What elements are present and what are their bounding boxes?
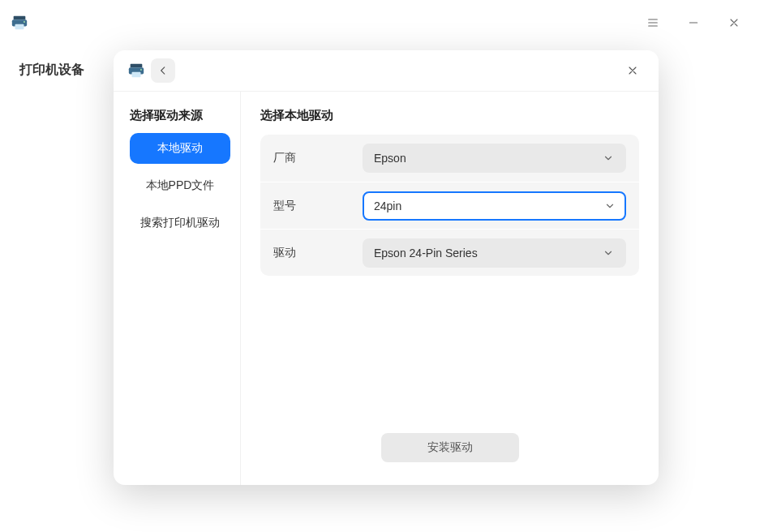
svg-rect-2 bbox=[15, 24, 24, 29]
source-item-local-ppd[interactable]: 本地PPD文件 bbox=[130, 170, 230, 201]
back-button[interactable] bbox=[151, 58, 175, 83]
vendor-label: 厂商 bbox=[273, 151, 363, 165]
minimize-button[interactable] bbox=[673, 0, 714, 45]
devices-heading: 打印机设备 bbox=[0, 45, 104, 95]
install-button-label: 安装驱动 bbox=[427, 440, 473, 453]
menu-button[interactable] bbox=[633, 0, 673, 45]
source-item-label: 本地PPD文件 bbox=[146, 178, 215, 193]
form-title: 选择本地驱动 bbox=[260, 108, 639, 123]
driver-label: 驱动 bbox=[273, 246, 363, 260]
vendor-value: Epson bbox=[374, 152, 600, 165]
chevron-down-icon[interactable] bbox=[597, 195, 621, 217]
source-title: 选择驱动来源 bbox=[130, 108, 230, 123]
svg-point-7 bbox=[140, 69, 142, 71]
form-row-model: 型号 bbox=[260, 182, 639, 229]
svg-rect-0 bbox=[14, 16, 26, 20]
source-item-search-driver[interactable]: 搜索打印机驱动 bbox=[130, 208, 230, 238]
close-window-button[interactable] bbox=[714, 0, 754, 45]
form-row-vendor: 厂商 Epson bbox=[260, 135, 639, 182]
svg-point-3 bbox=[24, 21, 25, 23]
dialog-close-button[interactable] bbox=[620, 58, 646, 84]
close-icon bbox=[728, 16, 740, 29]
driver-value: Epson 24-Pin Series bbox=[374, 247, 600, 260]
model-input[interactable] bbox=[374, 193, 597, 219]
chevron-down-icon bbox=[600, 247, 616, 259]
vendor-select[interactable]: Epson bbox=[363, 144, 626, 173]
main-sidebar: 打印机设备 bbox=[0, 45, 104, 532]
source-pane: 选择驱动来源 本地驱动 本地PPD文件 搜索打印机驱动 bbox=[114, 92, 240, 485]
install-driver-button[interactable]: 安装驱动 bbox=[381, 433, 519, 462]
printer-app-icon bbox=[127, 61, 146, 80]
model-label: 型号 bbox=[273, 199, 363, 213]
model-combobox[interactable] bbox=[363, 191, 626, 221]
source-item-label: 本地驱动 bbox=[157, 141, 203, 156]
dialog-header bbox=[114, 50, 659, 91]
driver-dialog: 选择驱动来源 本地驱动 本地PPD文件 搜索打印机驱动 选择本地驱动 厂商 bbox=[114, 50, 659, 485]
driver-select[interactable]: Epson 24-Pin Series bbox=[363, 238, 626, 268]
source-item-local-driver[interactable]: 本地驱动 bbox=[130, 133, 230, 164]
svg-rect-6 bbox=[132, 72, 141, 77]
form-rows: 厂商 Epson 型号 bbox=[260, 135, 639, 276]
chevron-left-icon bbox=[157, 65, 169, 76]
source-item-label: 搜索打印机驱动 bbox=[140, 216, 220, 230]
close-icon bbox=[626, 64, 639, 77]
svg-rect-4 bbox=[131, 64, 143, 68]
printer-app-icon bbox=[10, 13, 29, 32]
hamburger-icon bbox=[646, 16, 659, 29]
chevron-down-icon bbox=[600, 152, 616, 164]
minimize-icon bbox=[687, 16, 700, 29]
title-bar bbox=[0, 0, 764, 45]
form-row-driver: 驱动 Epson 24-Pin Series bbox=[260, 229, 639, 276]
form-pane: 选择本地驱动 厂商 Epson 型号 bbox=[241, 92, 659, 485]
title-bar-left bbox=[10, 13, 29, 32]
